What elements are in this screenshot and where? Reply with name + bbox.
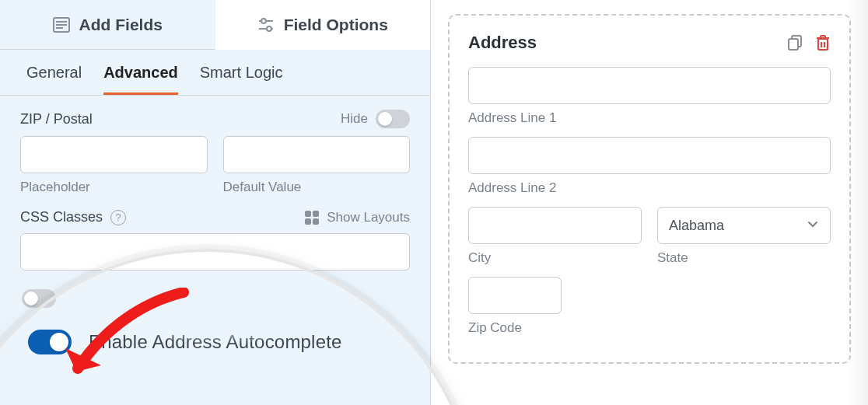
help-icon[interactable]: ?: [110, 210, 126, 225]
subtab-smart-logic[interactable]: Smart Logic: [200, 64, 283, 95]
zip-label-preview: Zip Code: [468, 320, 562, 336]
address-line1-input[interactable]: [468, 67, 831, 104]
enable-autocomplete-toggle[interactable]: [28, 330, 72, 354]
chevron-down-icon: [807, 218, 819, 234]
preview-title: Address: [468, 33, 537, 53]
tab-field-options-label: Field Options: [284, 16, 388, 34]
zip-input[interactable]: [468, 277, 562, 314]
delete-icon[interactable]: [815, 34, 831, 51]
duplicate-icon[interactable]: [787, 34, 804, 51]
address-line2-input[interactable]: [468, 137, 831, 174]
svg-rect-3: [56, 27, 63, 29]
css-classes-input[interactable]: [20, 233, 410, 271]
city-input[interactable]: [468, 207, 642, 244]
css-label: CSS Classes: [20, 209, 103, 225]
grid-icon: [305, 211, 319, 225]
svg-rect-9: [789, 39, 798, 50]
show-layouts-label: Show Layouts: [327, 210, 410, 225]
svg-point-7: [267, 26, 271, 31]
list-icon: [53, 17, 70, 33]
default-caption: Default Value: [223, 180, 411, 195]
hide-toggle[interactable]: [376, 110, 410, 128]
svg-point-5: [261, 19, 266, 23]
tab-add-fields-label: Add Fields: [79, 16, 163, 34]
state-label: State: [657, 250, 831, 266]
placeholder-caption: Placeholder: [20, 180, 208, 195]
svg-rect-1: [56, 21, 67, 23]
zip-label: ZIP / Postal: [20, 111, 93, 127]
subtab-general[interactable]: General: [26, 64, 82, 95]
tab-add-fields[interactable]: Add Fields: [0, 0, 215, 50]
city-label: City: [468, 250, 642, 266]
tab-field-options[interactable]: Field Options: [215, 0, 431, 50]
svg-rect-2: [56, 24, 67, 26]
secondary-toggle[interactable]: [22, 289, 56, 308]
enable-autocomplete-label: Enable Address Autocomplete: [89, 331, 342, 353]
hide-label: Hide: [341, 111, 368, 127]
placeholder-input[interactable]: [20, 136, 208, 173]
state-select[interactable]: Alabama: [657, 207, 831, 244]
state-value: Alabama: [669, 218, 724, 234]
show-layouts-button[interactable]: Show Layouts: [305, 210, 410, 225]
address-preview-card[interactable]: Address Address Line 1 Address Line 2: [448, 14, 851, 364]
default-value-input[interactable]: [223, 136, 411, 173]
address-line2-label: Address Line 2: [468, 180, 831, 196]
address-line1-label: Address Line 1: [468, 110, 831, 126]
subtab-advanced[interactable]: Advanced: [103, 64, 178, 95]
sliders-icon: [257, 17, 275, 33]
svg-rect-10: [818, 39, 828, 50]
